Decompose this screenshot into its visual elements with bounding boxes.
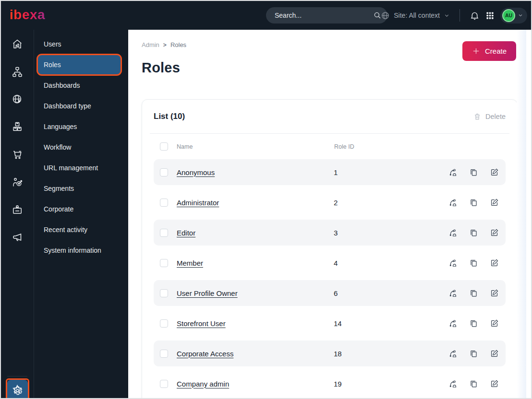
edit-icon[interactable]: [490, 349, 499, 358]
sidebar-item-users[interactable]: Users: [38, 35, 121, 54]
row-checkbox[interactable]: [160, 380, 168, 388]
notifications-bell-icon[interactable]: [470, 11, 480, 21]
icon-rail: [1, 30, 34, 399]
product-catalog-icon[interactable]: [12, 121, 23, 132]
sidebar-item-url-management[interactable]: URL management: [38, 158, 121, 177]
sidebar-item-corporate[interactable]: Corporate: [38, 200, 121, 219]
role-name-link[interactable]: User Profile Owner: [177, 289, 238, 297]
column-header-role-id: Role ID: [334, 143, 354, 150]
commerce-cart-icon[interactable]: [12, 149, 23, 160]
row-checkbox[interactable]: [160, 319, 168, 328]
select-all-checkbox[interactable]: [160, 142, 168, 151]
sidebar-item-recent-activity[interactable]: Recent activity: [38, 220, 121, 239]
sidebar-item-segments[interactable]: Segments: [38, 179, 121, 198]
assign-users-icon[interactable]: [448, 289, 458, 298]
avatar: AU: [502, 9, 515, 22]
assign-users-icon[interactable]: [448, 319, 458, 328]
role-name-link[interactable]: Company admin: [177, 380, 229, 388]
sidebar-item-dashboards[interactable]: Dashboards: [38, 76, 121, 95]
table-row: Storefront User 14: [154, 310, 506, 336]
marketing-megaphone-icon[interactable]: [12, 232, 23, 243]
edit-icon[interactable]: [490, 289, 499, 298]
corporate-badge-icon[interactable]: [12, 204, 23, 215]
role-id-value: 3: [334, 229, 338, 237]
edit-icon[interactable]: [490, 228, 499, 237]
edit-icon[interactable]: [490, 319, 499, 328]
assign-users-icon[interactable]: [448, 168, 458, 177]
chevron-down-icon: [518, 12, 523, 18]
roles-table: Anonymous 1 Administrator 2: [142, 159, 517, 397]
site-context-switcher[interactable]: Site: All context: [381, 11, 450, 20]
row-checkbox[interactable]: [160, 350, 168, 358]
page-scroll-track[interactable]: [517, 30, 526, 399]
topbar-divider: [459, 9, 460, 22]
row-checkbox[interactable]: [160, 289, 168, 297]
list-title: List (10): [154, 112, 185, 121]
table-row: Member 4: [154, 250, 506, 276]
table-row: Anonymous 1: [154, 159, 506, 185]
table-row: Company admin 19: [154, 371, 506, 397]
site-globe-icon[interactable]: [12, 94, 23, 105]
roles-list-card: List (10) Delete Name Role ID: [142, 99, 518, 399]
sidebar-item-workflow[interactable]: Workflow: [38, 138, 121, 157]
user-menu[interactable]: AU: [500, 8, 527, 23]
copy-icon[interactable]: [469, 228, 478, 237]
copy-icon[interactable]: [469, 349, 478, 358]
trash-icon: [473, 113, 481, 121]
ibexa-logo[interactable]: ibexa: [10, 7, 45, 23]
copy-icon[interactable]: [469, 379, 478, 388]
table-row: Administrator 2: [154, 189, 506, 215]
content-structure-icon[interactable]: [12, 66, 23, 78]
assign-users-icon[interactable]: [448, 258, 458, 268]
copy-icon[interactable]: [469, 198, 478, 207]
assign-users-icon[interactable]: [448, 349, 458, 358]
role-name-link[interactable]: Editor: [177, 229, 195, 237]
sidebar-item-system-information[interactable]: System information: [38, 241, 121, 260]
copy-icon[interactable]: [469, 258, 478, 268]
home-icon[interactable]: [12, 38, 23, 50]
edit-icon[interactable]: [490, 168, 499, 177]
column-header-name: Name: [177, 143, 193, 150]
rail-divider: [7, 376, 27, 376]
role-name-link[interactable]: Member: [177, 259, 203, 267]
main-content: Admin > Roles Create Roles List (10) Del…: [128, 30, 531, 399]
app-switcher-grid-icon[interactable]: [485, 11, 495, 20]
sidebar-item-languages[interactable]: Languages: [38, 117, 121, 136]
row-checkbox[interactable]: [160, 168, 168, 176]
global-search-input[interactable]: Search...: [266, 7, 387, 23]
copy-icon[interactable]: [469, 168, 478, 177]
site-context-label: Site: All context: [394, 12, 440, 19]
create-button-label: Create: [485, 47, 507, 55]
sidebar-item-dashboard-type[interactable]: Dashboard type: [38, 96, 121, 116]
sidebar-item-roles[interactable]: Roles: [38, 55, 121, 74]
role-id-value: 4: [334, 259, 338, 267]
copy-icon[interactable]: [469, 289, 478, 298]
table-header-row: Name Role ID: [142, 134, 517, 159]
row-checkbox[interactable]: [160, 229, 168, 237]
role-id-value: 18: [334, 350, 342, 358]
assign-users-icon[interactable]: [448, 379, 458, 388]
row-checkbox[interactable]: [160, 259, 168, 267]
edit-icon[interactable]: [490, 258, 499, 268]
row-checkbox[interactable]: [160, 199, 168, 207]
assign-users-icon[interactable]: [448, 228, 458, 237]
breadcrumb-admin[interactable]: Admin: [142, 41, 159, 48]
star-icon[interactable]: [12, 384, 23, 395]
topbar: ibexa Search... Site: All context: [1, 1, 531, 30]
search-placeholder: Search...: [275, 12, 373, 19]
table-row: Editor 3: [154, 220, 506, 246]
breadcrumb-separator: >: [163, 42, 167, 48]
copy-icon[interactable]: [469, 319, 478, 328]
chevron-down-icon: [444, 12, 450, 19]
breadcrumb-roles: Roles: [170, 41, 186, 48]
personalization-target-icon[interactable]: [12, 176, 23, 188]
create-button[interactable]: Create: [462, 41, 516, 61]
role-name-link[interactable]: Corporate Access: [177, 350, 233, 358]
role-name-link[interactable]: Anonymous: [177, 168, 215, 176]
delete-button[interactable]: Delete: [473, 113, 506, 121]
role-name-link[interactable]: Administrator: [177, 199, 219, 207]
edit-icon[interactable]: [490, 379, 499, 388]
assign-users-icon[interactable]: [448, 198, 458, 207]
role-name-link[interactable]: Storefront User: [177, 319, 226, 328]
edit-icon[interactable]: [490, 198, 499, 207]
